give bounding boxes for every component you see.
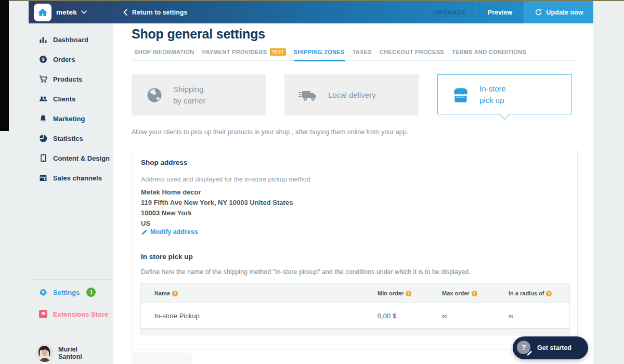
sidebar-item-label: Content & Design — [53, 154, 110, 162]
sidebar-item-settings[interactable]: Settings 1 — [29, 282, 113, 302]
app-home-icon[interactable] — [34, 4, 51, 21]
app-name: metek — [56, 8, 77, 16]
cell-radius: ∞ — [509, 312, 569, 320]
get-started-label: Get started — [537, 344, 571, 352]
get-started-button[interactable]: ? Get started — [513, 336, 588, 359]
app-switcher[interactable]: metek — [56, 8, 87, 16]
sidebar-item-statistics[interactable]: Statistics — [29, 128, 113, 148]
sidebar-item-label: Statistics — [53, 135, 83, 142]
update-now-label: Update now — [547, 9, 583, 16]
sidebar-item-products[interactable]: Products — [29, 69, 113, 89]
update-now-button[interactable]: Update now — [524, 1, 593, 23]
cell-max-order: ∞ — [442, 312, 509, 320]
sidebar-item-label: Dashboard — [53, 36, 88, 44]
method-label-line1: Local delivery — [328, 90, 376, 99]
sidebar-item-content-design[interactable]: Content & Design — [29, 148, 113, 168]
settings-card: Shop address Address used and displayed … — [132, 150, 578, 349]
method-label-line2: pick up — [479, 96, 504, 105]
tab-label: TERMS AND CONDITIONS — [452, 49, 526, 55]
help-icon[interactable]: ? — [406, 291, 411, 296]
main-content: Shop general settings SHOP INFORMATION P… — [113, 23, 593, 364]
settings-count-badge: 1 — [86, 288, 96, 297]
storefront-icon — [39, 174, 47, 182]
header-label: Max order — [442, 290, 470, 296]
table-header-row: Name? Min order? Max order? In a radius … — [141, 284, 569, 303]
sidebar-item-orders[interactable]: $ Orders — [29, 49, 113, 69]
header-label: Name — [154, 290, 170, 296]
pickup-methods-table: Name? Min order? Max order? In a radius … — [140, 283, 570, 335]
method-label: In-store pick up — [479, 83, 506, 106]
sidebar-item-clients[interactable]: Clients — [29, 89, 113, 109]
address-line-2: 119 Fifth Ave New York, NY 10003 United … — [141, 199, 293, 206]
chevron-left-icon — [123, 9, 127, 16]
sidebar-item-marketing[interactable]: Marketing — [29, 109, 113, 128]
tab-label: TAXES — [353, 49, 372, 55]
avatar — [36, 344, 54, 362]
user-profile-button[interactable]: Muriel Santoni ⋯ — [29, 342, 113, 364]
in-store-pickup-heading: In store pick up — [141, 253, 193, 261]
help-icon[interactable]: ? — [546, 291, 552, 296]
partial-bottom-button[interactable] — [132, 353, 192, 364]
table-row[interactable]: In-store Pickup 0,00 $ ∞ ∞ — [141, 303, 569, 329]
tab-checkout-process[interactable]: CHECKOUT PROCESS — [380, 45, 444, 60]
sidebar-item-dashboard[interactable]: Dashboard — [29, 30, 113, 49]
table-header-radius: In a radius of? — [509, 290, 569, 296]
truck-icon — [298, 87, 319, 103]
sidebar: Dashboard $ Orders Products Clients Mark… — [29, 23, 113, 364]
pie-chart-icon — [39, 134, 47, 142]
sidebar-item-label: Products — [53, 75, 82, 83]
method-label-line2: by carrier — [173, 96, 206, 105]
cell-min-order: 0,00 $ — [378, 312, 442, 320]
tab-payment-providers[interactable]: PAYMENT PROVIDERSTEST — [202, 45, 286, 60]
address-line-1: Metek Home decor — [141, 188, 201, 196]
user-name: Muriel Santoni — [58, 346, 102, 360]
sidebar-item-label: Extensions Store — [53, 310, 108, 318]
upgrade-label-faint[interactable]: UPGRADE — [434, 9, 466, 16]
page-title: Shop general settings — [132, 27, 265, 42]
preview-button[interactable]: Preview — [476, 1, 524, 23]
in-store-pickup-description: Define here the name of the shipping met… — [141, 268, 471, 276]
tab-label: SHOP INFORMATION — [134, 49, 194, 55]
globe-icon — [145, 86, 164, 105]
bell-icon — [39, 114, 47, 123]
tab-terms-and-conditions[interactable]: TERMS AND CONDITIONS — [452, 45, 526, 60]
pen-icon — [526, 349, 533, 357]
sidebar-item-label: Clients — [53, 95, 75, 103]
tab-shop-information[interactable]: SHOP INFORMATION — [134, 45, 194, 60]
sidebar-item-label: Marketing — [53, 115, 85, 123]
method-label: Shipping by carrier — [173, 84, 206, 107]
screen-top-edge-line — [9, 0, 624, 1]
return-to-settings-label: Return to settings — [132, 9, 187, 16]
gear-icon — [39, 288, 47, 296]
extensions-store-icon — [39, 310, 47, 318]
chevron-down-icon — [81, 10, 87, 14]
method-card-local-delivery[interactable]: Local delivery — [284, 74, 419, 115]
tab-bar: SHOP INFORMATION PAYMENT PROVIDERSTEST S… — [132, 45, 578, 61]
tab-label: SHIPPING ZONES — [294, 49, 345, 55]
shop-address-heading: Shop address — [141, 159, 187, 166]
sidebar-item-label: Settings — [53, 289, 80, 296]
modify-address-link[interactable]: Modify address — [141, 228, 198, 236]
return-to-settings-link[interactable]: Return to settings — [123, 9, 187, 16]
tab-shipping-zones[interactable]: SHIPPING ZONES — [294, 45, 345, 61]
refresh-icon — [535, 8, 542, 16]
modify-address-label: Modify address — [150, 228, 198, 236]
method-label: Local delivery — [328, 89, 376, 101]
method-label-line1: In-store — [479, 84, 506, 93]
method-description: Allow your clients to pick up their prod… — [132, 128, 408, 136]
help-icon[interactable]: ? — [172, 291, 178, 296]
preview-label: Preview — [488, 9, 512, 16]
left-screen-artifact — [0, 0, 9, 131]
header-label: Min order — [378, 290, 404, 296]
method-label-line1: Shipping — [173, 85, 203, 94]
sidebar-item-extensions-store[interactable]: Extensions Store — [29, 304, 113, 324]
tab-taxes[interactable]: TAXES — [353, 45, 372, 60]
method-card-shipping-by-carrier[interactable]: Shipping by carrier — [132, 74, 266, 115]
svg-text:$: $ — [42, 56, 45, 62]
bar-chart-icon — [39, 35, 47, 44]
tab-label: PAYMENT PROVIDERS — [202, 49, 267, 55]
help-icon[interactable]: ? — [472, 291, 477, 296]
tab-label: CHECKOUT PROCESS — [380, 49, 444, 55]
sidebar-item-sales-channels[interactable]: Sales channels — [29, 168, 113, 188]
topbar: metek Return to settings UPGRADE Preview… — [29, 1, 593, 23]
